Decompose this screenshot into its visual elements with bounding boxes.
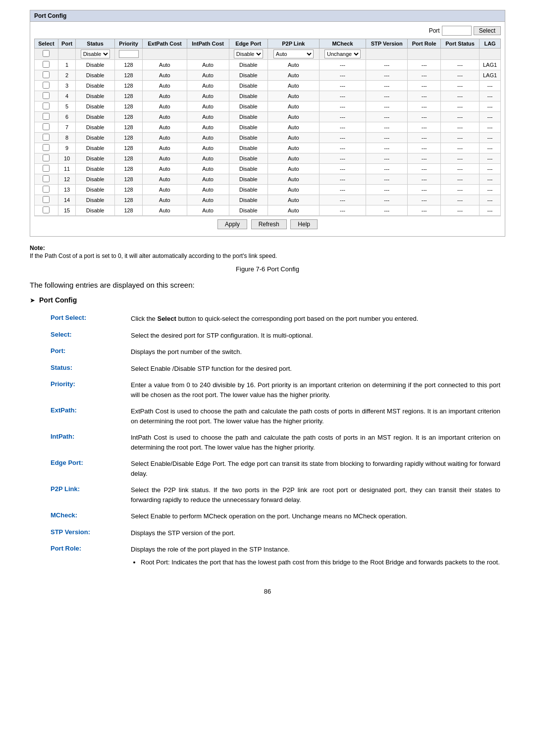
section-title: Port Config bbox=[30, 10, 505, 22]
row-p2plink: Auto bbox=[268, 91, 319, 101]
row-intpath: Auto bbox=[187, 81, 229, 91]
row-port: 10 bbox=[58, 153, 76, 164]
row-status: Disable bbox=[76, 101, 114, 112]
select-button[interactable]: Select bbox=[474, 26, 501, 35]
filter-status-select[interactable]: Disable Enable bbox=[81, 50, 110, 58]
filter-priority[interactable] bbox=[114, 49, 142, 60]
apply-button[interactable]: Apply bbox=[217, 219, 247, 229]
filter-port bbox=[58, 49, 76, 60]
arrow-icon: ➤ bbox=[30, 297, 35, 304]
row-intpath: Auto bbox=[187, 101, 229, 112]
note-title: Note: bbox=[30, 245, 505, 252]
port-table-body: 1 Disable 128 Auto Auto Disable Auto ---… bbox=[35, 60, 501, 216]
port-select-row: Port Select bbox=[34, 26, 501, 36]
row-portrole: --- bbox=[408, 101, 441, 112]
table-row: 5 Disable 128 Auto Auto Disable Auto ---… bbox=[35, 101, 501, 112]
row-lag: --- bbox=[480, 101, 501, 112]
row-mcheck: --- bbox=[319, 164, 366, 174]
row-checkbox[interactable] bbox=[35, 153, 58, 164]
row-intpath: Auto bbox=[187, 195, 229, 205]
row-edgeport: Disable bbox=[229, 81, 268, 91]
field-row: MCheck: Select Enable to perform MCheck … bbox=[31, 508, 504, 524]
row-status: Disable bbox=[76, 70, 114, 81]
field-desc: Displays the STP version of the port. bbox=[121, 525, 504, 541]
row-extpath: Auto bbox=[143, 143, 187, 153]
field-name: Edge Port: bbox=[31, 456, 120, 481]
help-button[interactable]: Help bbox=[290, 219, 318, 229]
row-extpath: Auto bbox=[143, 81, 187, 91]
field-row: Priority: Enter a value from 0 to 240 di… bbox=[31, 377, 504, 403]
row-edgeport: Disable bbox=[229, 164, 268, 174]
row-edgeport: Disable bbox=[229, 122, 268, 133]
figure-caption: Figure 7-6 Port Config bbox=[30, 265, 505, 273]
filter-p2plink[interactable]: Auto Force True Force False bbox=[268, 49, 319, 60]
row-portstatus: --- bbox=[441, 153, 480, 164]
row-checkbox[interactable] bbox=[35, 91, 58, 101]
row-port: 1 bbox=[58, 60, 76, 70]
col-stpversion: STP Version bbox=[366, 39, 408, 49]
filter-mcheck[interactable]: Unchange Enable bbox=[319, 49, 366, 60]
row-checkbox[interactable] bbox=[35, 70, 58, 81]
field-name: Status: bbox=[31, 361, 120, 377]
row-p2plink: Auto bbox=[268, 143, 319, 153]
row-intpath: Auto bbox=[187, 70, 229, 81]
row-mcheck: --- bbox=[319, 153, 366, 164]
filter-status[interactable]: Disable Enable bbox=[76, 49, 114, 60]
row-edgeport: Disable bbox=[229, 91, 268, 101]
row-portstatus: --- bbox=[441, 112, 480, 122]
field-desc: ExtPath Cost is used to choose the path … bbox=[121, 403, 504, 429]
row-priority: 128 bbox=[114, 133, 142, 143]
table-row: 7 Disable 128 Auto Auto Disable Auto ---… bbox=[35, 122, 501, 133]
row-extpath: Auto bbox=[143, 133, 187, 143]
row-extpath: Auto bbox=[143, 195, 187, 205]
row-portstatus: --- bbox=[441, 133, 480, 143]
row-checkbox[interactable] bbox=[35, 164, 58, 174]
row-checkbox[interactable] bbox=[35, 195, 58, 205]
port-number-input[interactable] bbox=[442, 26, 472, 36]
row-priority: 128 bbox=[114, 112, 142, 122]
row-checkbox[interactable] bbox=[35, 60, 58, 70]
row-checkbox[interactable] bbox=[35, 143, 58, 153]
table-row: 4 Disable 128 Auto Auto Disable Auto ---… bbox=[35, 91, 501, 101]
field-row: Edge Port: Select Enable/Disable Edge Po… bbox=[31, 456, 504, 481]
row-port: 14 bbox=[58, 195, 76, 205]
field-name: Port Role: bbox=[31, 542, 120, 572]
row-status: Disable bbox=[76, 91, 114, 101]
row-status: Disable bbox=[76, 122, 114, 133]
row-mcheck: --- bbox=[319, 185, 366, 195]
row-lag: --- bbox=[480, 195, 501, 205]
row-checkbox[interactable] bbox=[35, 81, 58, 91]
row-portstatus: --- bbox=[441, 185, 480, 195]
row-checkbox[interactable] bbox=[35, 112, 58, 122]
filter-mcheck-select[interactable]: Unchange Enable bbox=[324, 50, 361, 58]
field-row: Select: Select the desired port for STP … bbox=[31, 328, 504, 344]
row-p2plink: Auto bbox=[268, 101, 319, 112]
table-row: 14 Disable 128 Auto Auto Disable Auto --… bbox=[35, 195, 501, 205]
field-descriptions-table: Port Select: Click the Select button to … bbox=[30, 310, 505, 573]
row-checkbox[interactable] bbox=[35, 185, 58, 195]
row-checkbox[interactable] bbox=[35, 174, 58, 185]
row-portrole: --- bbox=[408, 122, 441, 133]
row-mcheck: --- bbox=[319, 174, 366, 185]
filter-edgeport[interactable]: Disable Enable bbox=[229, 49, 268, 60]
row-edgeport: Disable bbox=[229, 195, 268, 205]
row-checkbox[interactable] bbox=[35, 122, 58, 133]
row-priority: 128 bbox=[114, 174, 142, 185]
row-stpversion: --- bbox=[366, 133, 408, 143]
row-intpath: Auto bbox=[187, 153, 229, 164]
row-p2plink: Auto bbox=[268, 112, 319, 122]
field-desc: Select Enable /Disable STP function for … bbox=[121, 361, 504, 377]
field-desc: Select the P2P link status. If the two p… bbox=[121, 482, 504, 507]
filter-p2plink-select[interactable]: Auto Force True Force False bbox=[273, 50, 314, 58]
row-checkbox[interactable] bbox=[35, 205, 58, 216]
refresh-button[interactable]: Refresh bbox=[251, 219, 287, 229]
col-p2plink: P2P Link bbox=[268, 39, 319, 49]
row-checkbox[interactable] bbox=[35, 133, 58, 143]
row-intpath: Auto bbox=[187, 60, 229, 70]
row-extpath: Auto bbox=[143, 153, 187, 164]
row-portstatus: --- bbox=[441, 122, 480, 133]
filter-select-checkbox[interactable] bbox=[35, 49, 58, 60]
row-priority: 128 bbox=[114, 91, 142, 101]
row-checkbox[interactable] bbox=[35, 101, 58, 112]
filter-edgeport-select[interactable]: Disable Enable bbox=[234, 50, 263, 58]
